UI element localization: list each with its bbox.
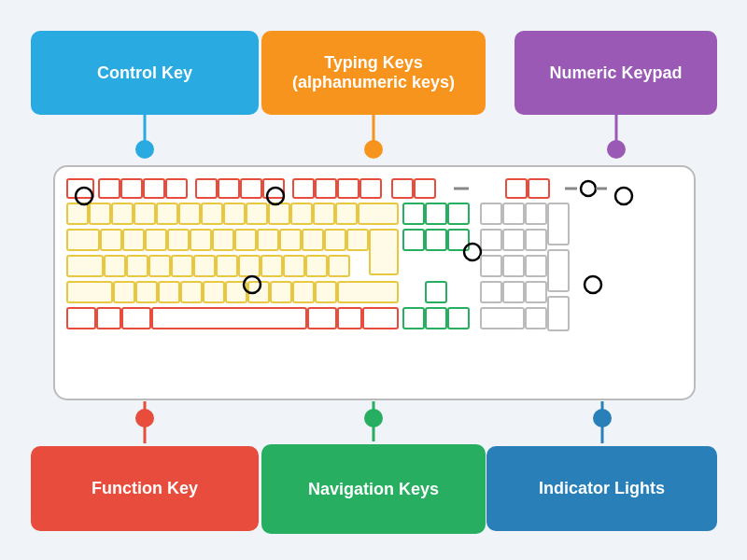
svg-rect-110 [97, 308, 120, 329]
svg-rect-111 [122, 308, 150, 329]
svg-rect-87 [329, 256, 349, 276]
svg-rect-19 [218, 179, 239, 198]
svg-rect-66 [325, 230, 345, 250]
svg-rect-105 [426, 282, 446, 302]
svg-rect-61 [213, 230, 233, 250]
svg-rect-96 [159, 282, 179, 302]
svg-rect-83 [239, 256, 260, 276]
svg-point-5 [607, 140, 626, 159]
svg-rect-57 [123, 230, 144, 250]
svg-rect-51 [481, 203, 501, 224]
svg-rect-95 [136, 282, 157, 302]
svg-rect-80 [172, 256, 192, 276]
svg-rect-13 [67, 179, 93, 198]
svg-rect-81 [194, 256, 215, 276]
svg-rect-117 [426, 308, 446, 329]
svg-rect-109 [67, 308, 95, 329]
svg-rect-56 [101, 230, 121, 250]
svg-point-123 [267, 188, 284, 204]
svg-rect-112 [152, 308, 306, 329]
svg-rect-70 [426, 230, 446, 250]
svg-rect-20 [241, 179, 261, 198]
svg-rect-37 [134, 203, 155, 224]
svg-point-7 [135, 409, 154, 427]
typing-keys-label: Typing Keys(alphanumeric keys) [261, 31, 486, 115]
svg-rect-103 [316, 282, 336, 302]
svg-rect-94 [114, 282, 134, 302]
svg-rect-65 [303, 230, 323, 250]
svg-rect-58 [146, 230, 166, 250]
svg-rect-16 [144, 179, 164, 198]
svg-rect-21 [263, 179, 284, 198]
svg-rect-47 [359, 203, 398, 224]
svg-rect-84 [261, 256, 282, 276]
svg-point-122 [76, 188, 92, 204]
svg-rect-49 [426, 203, 446, 224]
svg-rect-74 [526, 230, 546, 250]
svg-rect-98 [204, 282, 224, 302]
svg-rect-77 [105, 256, 125, 276]
svg-rect-90 [526, 256, 546, 276]
svg-rect-23 [316, 179, 336, 198]
svg-rect-26 [392, 179, 413, 198]
svg-rect-97 [181, 282, 202, 302]
svg-rect-22 [293, 179, 314, 198]
svg-rect-30 [529, 179, 549, 198]
svg-rect-115 [363, 308, 398, 329]
svg-rect-46 [336, 203, 357, 224]
svg-rect-59 [168, 230, 189, 250]
svg-rect-62 [235, 230, 256, 250]
svg-rect-15 [121, 179, 142, 198]
svg-point-9 [364, 409, 383, 427]
control-key-label: Control Key [31, 31, 259, 115]
svg-point-32 [581, 181, 596, 196]
svg-rect-71 [448, 230, 469, 250]
svg-rect-106 [481, 282, 501, 302]
svg-rect-118 [448, 308, 469, 329]
svg-rect-68 [370, 230, 398, 274]
svg-rect-108 [526, 282, 546, 302]
svg-rect-55 [67, 230, 99, 250]
svg-rect-100 [248, 282, 269, 302]
svg-rect-85 [284, 256, 304, 276]
svg-rect-88 [481, 256, 501, 276]
svg-point-92 [585, 276, 601, 293]
svg-rect-78 [127, 256, 148, 276]
svg-rect-53 [526, 203, 546, 224]
svg-rect-99 [226, 282, 247, 302]
svg-rect-121 [548, 297, 569, 330]
svg-rect-93 [67, 282, 112, 302]
svg-rect-91 [548, 250, 569, 291]
svg-point-3 [364, 140, 383, 159]
svg-rect-114 [338, 308, 361, 329]
svg-point-124 [244, 276, 261, 293]
svg-rect-82 [217, 256, 237, 276]
svg-rect-42 [247, 203, 267, 224]
svg-rect-60 [190, 230, 211, 250]
svg-rect-107 [503, 282, 524, 302]
svg-rect-89 [503, 256, 524, 276]
svg-rect-119 [481, 308, 524, 329]
svg-rect-69 [403, 230, 424, 250]
svg-rect-18 [196, 179, 217, 198]
svg-rect-101 [271, 282, 291, 302]
svg-rect-67 [347, 230, 368, 250]
svg-rect-43 [269, 203, 289, 224]
svg-rect-24 [338, 179, 359, 198]
svg-rect-73 [503, 230, 524, 250]
svg-point-75 [464, 244, 481, 260]
svg-rect-40 [202, 203, 222, 224]
svg-rect-104 [338, 282, 398, 302]
svg-rect-36 [112, 203, 133, 224]
svg-rect-64 [280, 230, 301, 250]
svg-rect-38 [157, 203, 177, 224]
svg-rect-48 [403, 203, 424, 224]
svg-rect-44 [291, 203, 312, 224]
typing-keys-text: Typing Keys(alphanumeric keys) [292, 53, 455, 92]
svg-rect-39 [179, 203, 200, 224]
svg-rect-35 [90, 203, 110, 224]
svg-rect-79 [149, 256, 170, 276]
svg-rect-72 [481, 230, 501, 250]
svg-rect-50 [448, 203, 469, 224]
svg-rect-14 [99, 179, 120, 198]
